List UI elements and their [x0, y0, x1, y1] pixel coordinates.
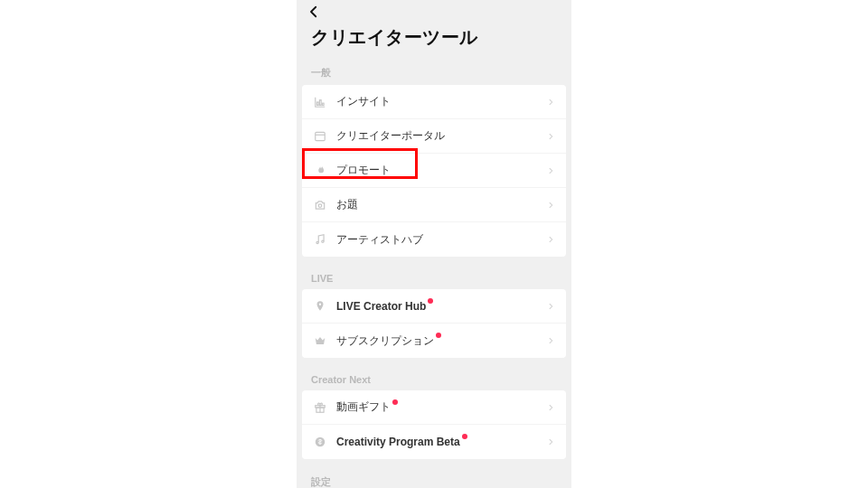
row-label: プロモート [336, 163, 546, 178]
row-label-text: LIVE Creator Hub [336, 300, 426, 313]
notification-dot-icon [436, 333, 441, 338]
svg-rect-3 [316, 132, 326, 140]
row-label: 動画ギフト [336, 399, 546, 415]
row-label: サブスクリプション [336, 333, 546, 349]
gift-icon [313, 400, 327, 415]
chevron-right-icon [546, 434, 555, 450]
crown-icon [313, 333, 327, 348]
chevron-right-icon [546, 128, 555, 145]
pin-icon [313, 299, 327, 314]
back-icon[interactable] [306, 4, 562, 20]
row-subscription[interactable]: サブスクリプション [302, 324, 566, 358]
music-note-icon [313, 232, 327, 247]
row-label-text: 動画ギフト [336, 399, 391, 415]
row-label: クリエイターポータル [336, 128, 546, 144]
svg-point-5 [316, 241, 318, 243]
row-video-gift[interactable]: 動画ギフト [302, 390, 566, 425]
row-label: LIVE Creator Hub [336, 300, 546, 313]
svg-point-4 [318, 203, 322, 207]
svg-rect-2 [322, 103, 324, 105]
chevron-right-icon [546, 94, 555, 110]
group-general: インサイト クリエイターポータル プロモート [302, 85, 566, 257]
camera-icon [313, 198, 327, 212]
group-live: LIVE Creator Hub サブスクリプション [302, 289, 566, 358]
notification-dot-icon [428, 298, 433, 304]
notification-dot-icon [392, 399, 398, 405]
notification-dot-icon [462, 434, 467, 439]
row-creator-portal[interactable]: クリエイターポータル [302, 119, 566, 154]
svg-rect-0 [317, 102, 319, 106]
section-label-creator-next: Creator Next [297, 367, 571, 390]
dollar-circle-icon [313, 435, 327, 449]
section-label-general: 一般 [297, 59, 571, 85]
row-label: インサイト [336, 94, 546, 109]
group-creator-next: 動画ギフト Creativity Program Beta [302, 390, 566, 459]
portal-icon [313, 129, 327, 144]
svg-point-6 [322, 240, 324, 242]
row-live-creator-hub[interactable]: LIVE Creator Hub [302, 289, 566, 324]
row-label-text: サブスクリプション [336, 333, 434, 349]
row-promote[interactable]: プロモート [302, 154, 566, 188]
chevron-right-icon [546, 197, 555, 213]
row-label: Creativity Program Beta [336, 436, 546, 448]
row-label-text: Creativity Program Beta [336, 436, 460, 448]
row-artist-hub[interactable]: アーティストハブ [302, 222, 566, 257]
chevron-right-icon [546, 163, 555, 179]
chevron-right-icon [546, 231, 555, 248]
section-label-settings: 設定 [297, 468, 571, 488]
row-label: お題 [336, 197, 546, 212]
chevron-right-icon [546, 298, 555, 314]
chart-bar-icon [313, 95, 327, 109]
settings-pane: クリエイターツール 一般 インサイト クリエイターポータル [297, 0, 571, 488]
row-label: アーティストハブ [336, 232, 546, 248]
svg-rect-1 [319, 99, 321, 105]
row-insights[interactable]: インサイト [302, 85, 566, 119]
row-creativity-program[interactable]: Creativity Program Beta [302, 425, 566, 459]
flame-icon [313, 164, 327, 178]
chevron-right-icon [546, 333, 555, 349]
chevron-right-icon [546, 399, 555, 416]
page-title: クリエイターツール [297, 20, 571, 59]
row-odai[interactable]: お題 [302, 188, 566, 222]
section-label-live: LIVE [297, 266, 571, 289]
